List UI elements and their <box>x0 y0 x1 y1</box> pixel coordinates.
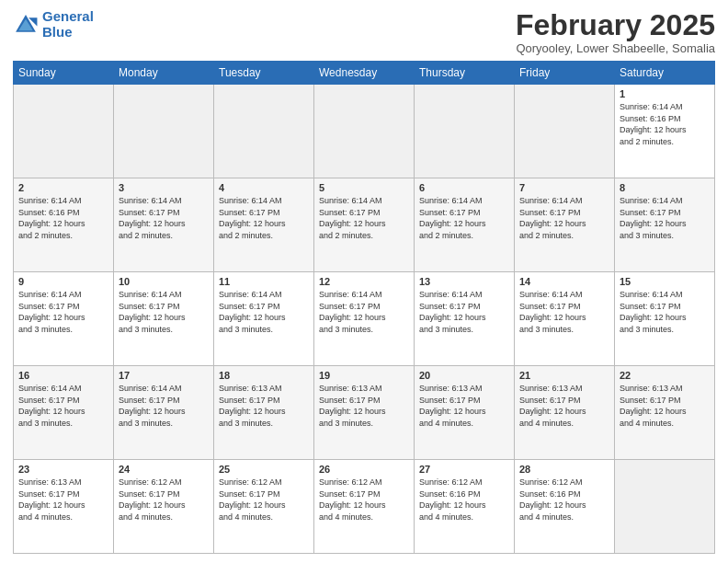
month-title: February 2025 <box>516 9 715 41</box>
day-info: Sunrise: 6:14 AM Sunset: 6:17 PM Dayligh… <box>419 289 509 335</box>
day-number: 15 <box>620 276 710 287</box>
day-info: Sunrise: 6:14 AM Sunset: 6:17 PM Dayligh… <box>620 289 710 335</box>
logo-line2: Blue <box>42 24 73 40</box>
calendar-week-3: 16Sunrise: 6:14 AM Sunset: 6:17 PM Dayli… <box>14 366 715 460</box>
calendar-cell-w0-d5 <box>515 85 615 178</box>
day-info: Sunrise: 6:14 AM Sunset: 6:17 PM Dayligh… <box>519 195 609 241</box>
day-number: 28 <box>519 464 609 475</box>
day-number: 1 <box>620 88 710 99</box>
calendar-cell-w3-d3: 19Sunrise: 6:13 AM Sunset: 6:17 PM Dayli… <box>314 366 415 460</box>
calendar-cell-w1-d4: 6Sunrise: 6:14 AM Sunset: 6:17 PM Daylig… <box>415 178 515 272</box>
calendar-header: Sunday Monday Tuesday Wednesday Thursday… <box>14 62 715 85</box>
calendar-cell-w0-d4 <box>415 85 515 178</box>
day-number: 25 <box>219 464 309 475</box>
logo-line1: General <box>42 8 94 24</box>
day-info: Sunrise: 6:13 AM Sunset: 6:17 PM Dayligh… <box>18 477 108 523</box>
day-info: Sunrise: 6:14 AM Sunset: 6:17 PM Dayligh… <box>18 383 108 429</box>
calendar-cell-w1-d3: 5Sunrise: 6:14 AM Sunset: 6:17 PM Daylig… <box>314 178 415 272</box>
day-number: 5 <box>319 182 409 193</box>
day-number: 14 <box>519 276 609 287</box>
day-info: Sunrise: 6:14 AM Sunset: 6:17 PM Dayligh… <box>319 195 409 241</box>
calendar-cell-w2-d0: 9Sunrise: 6:14 AM Sunset: 6:17 PM Daylig… <box>14 272 114 366</box>
day-info: Sunrise: 6:13 AM Sunset: 6:17 PM Dayligh… <box>519 383 609 429</box>
day-number: 12 <box>319 276 409 287</box>
day-number: 21 <box>519 370 609 381</box>
col-sunday: Sunday <box>14 62 114 85</box>
col-tuesday: Tuesday <box>214 62 314 85</box>
logo-icon <box>13 12 39 38</box>
calendar-cell-w4-d6 <box>615 460 715 554</box>
day-number: 24 <box>119 464 209 475</box>
day-number: 22 <box>620 370 710 381</box>
day-number: 19 <box>319 370 409 381</box>
calendar-cell-w3-d5: 21Sunrise: 6:13 AM Sunset: 6:17 PM Dayli… <box>515 366 615 460</box>
day-number: 16 <box>18 370 108 381</box>
day-info: Sunrise: 6:14 AM Sunset: 6:17 PM Dayligh… <box>219 289 309 335</box>
day-info: Sunrise: 6:12 AM Sunset: 6:16 PM Dayligh… <box>519 477 609 523</box>
calendar-cell-w2-d6: 15Sunrise: 6:14 AM Sunset: 6:17 PM Dayli… <box>615 272 715 366</box>
day-info: Sunrise: 6:12 AM Sunset: 6:16 PM Dayligh… <box>419 477 509 523</box>
calendar-cell-w4-d4: 27Sunrise: 6:12 AM Sunset: 6:16 PM Dayli… <box>415 460 515 554</box>
calendar-cell-w2-d3: 12Sunrise: 6:14 AM Sunset: 6:17 PM Dayli… <box>314 272 415 366</box>
day-info: Sunrise: 6:14 AM Sunset: 6:17 PM Dayligh… <box>119 195 209 241</box>
calendar-cell-w0-d6: 1Sunrise: 6:14 AM Sunset: 6:16 PM Daylig… <box>615 85 715 178</box>
day-number: 10 <box>119 276 209 287</box>
calendar-week-1: 2Sunrise: 6:14 AM Sunset: 6:16 PM Daylig… <box>14 178 715 272</box>
col-friday: Friday <box>515 62 615 85</box>
day-info: Sunrise: 6:13 AM Sunset: 6:17 PM Dayligh… <box>219 383 309 429</box>
calendar-cell-w2-d2: 11Sunrise: 6:14 AM Sunset: 6:17 PM Dayli… <box>214 272 314 366</box>
day-number: 23 <box>18 464 108 475</box>
calendar-cell-w3-d2: 18Sunrise: 6:13 AM Sunset: 6:17 PM Dayli… <box>214 366 314 460</box>
day-info: Sunrise: 6:13 AM Sunset: 6:17 PM Dayligh… <box>319 383 409 429</box>
day-info: Sunrise: 6:14 AM Sunset: 6:17 PM Dayligh… <box>219 195 309 241</box>
col-thursday: Thursday <box>415 62 515 85</box>
day-info: Sunrise: 6:14 AM Sunset: 6:17 PM Dayligh… <box>319 289 409 335</box>
calendar-cell-w0-d1 <box>114 85 214 178</box>
calendar-cell-w1-d0: 2Sunrise: 6:14 AM Sunset: 6:16 PM Daylig… <box>14 178 114 272</box>
day-info: Sunrise: 6:12 AM Sunset: 6:17 PM Dayligh… <box>219 477 309 523</box>
day-number: 26 <box>319 464 409 475</box>
calendar-cell-w2-d1: 10Sunrise: 6:14 AM Sunset: 6:17 PM Dayli… <box>114 272 214 366</box>
day-info: Sunrise: 6:14 AM Sunset: 6:17 PM Dayligh… <box>419 195 509 241</box>
calendar-cell-w4-d5: 28Sunrise: 6:12 AM Sunset: 6:16 PM Dayli… <box>515 460 615 554</box>
day-info: Sunrise: 6:14 AM Sunset: 6:17 PM Dayligh… <box>18 289 108 335</box>
day-info: Sunrise: 6:14 AM Sunset: 6:17 PM Dayligh… <box>119 383 209 429</box>
day-number: 17 <box>119 370 209 381</box>
day-number: 27 <box>419 464 509 475</box>
day-info: Sunrise: 6:12 AM Sunset: 6:17 PM Dayligh… <box>119 477 209 523</box>
location-subtitle: Qoryooley, Lower Shabeelle, Somalia <box>516 41 715 55</box>
calendar-cell-w2-d4: 13Sunrise: 6:14 AM Sunset: 6:17 PM Dayli… <box>415 272 515 366</box>
day-info: Sunrise: 6:14 AM Sunset: 6:17 PM Dayligh… <box>119 289 209 335</box>
calendar-cell-w0-d2 <box>214 85 314 178</box>
day-number: 6 <box>419 182 509 193</box>
page: General Blue February 2025 Qoryooley, Lo… <box>0 0 728 563</box>
calendar-week-4: 23Sunrise: 6:13 AM Sunset: 6:17 PM Dayli… <box>14 460 715 554</box>
calendar-table: Sunday Monday Tuesday Wednesday Thursday… <box>13 61 715 554</box>
header: General Blue February 2025 Qoryooley, Lo… <box>13 9 715 55</box>
calendar-cell-w1-d6: 8Sunrise: 6:14 AM Sunset: 6:17 PM Daylig… <box>615 178 715 272</box>
calendar-week-2: 9Sunrise: 6:14 AM Sunset: 6:17 PM Daylig… <box>14 272 715 366</box>
day-info: Sunrise: 6:13 AM Sunset: 6:17 PM Dayligh… <box>419 383 509 429</box>
calendar-cell-w3-d1: 17Sunrise: 6:14 AM Sunset: 6:17 PM Dayli… <box>114 366 214 460</box>
logo: General Blue <box>13 9 94 40</box>
day-info: Sunrise: 6:12 AM Sunset: 6:17 PM Dayligh… <box>319 477 409 523</box>
calendar-week-0: 1Sunrise: 6:14 AM Sunset: 6:16 PM Daylig… <box>14 85 715 178</box>
day-number: 13 <box>419 276 509 287</box>
title-block: February 2025 Qoryooley, Lower Shabeelle… <box>516 9 715 55</box>
day-number: 11 <box>219 276 309 287</box>
col-monday: Monday <box>114 62 214 85</box>
day-number: 9 <box>18 276 108 287</box>
calendar-cell-w4-d3: 26Sunrise: 6:12 AM Sunset: 6:17 PM Dayli… <box>314 460 415 554</box>
calendar-cell-w1-d2: 4Sunrise: 6:14 AM Sunset: 6:17 PM Daylig… <box>214 178 314 272</box>
day-number: 18 <box>219 370 309 381</box>
day-number: 7 <box>519 182 609 193</box>
calendar-body: 1Sunrise: 6:14 AM Sunset: 6:16 PM Daylig… <box>14 85 715 554</box>
day-info: Sunrise: 6:13 AM Sunset: 6:17 PM Dayligh… <box>620 383 710 429</box>
calendar-cell-w3-d6: 22Sunrise: 6:13 AM Sunset: 6:17 PM Dayli… <box>615 366 715 460</box>
header-row: Sunday Monday Tuesday Wednesday Thursday… <box>14 62 715 85</box>
calendar-cell-w4-d2: 25Sunrise: 6:12 AM Sunset: 6:17 PM Dayli… <box>214 460 314 554</box>
calendar-cell-w4-d0: 23Sunrise: 6:13 AM Sunset: 6:17 PM Dayli… <box>14 460 114 554</box>
day-info: Sunrise: 6:14 AM Sunset: 6:17 PM Dayligh… <box>620 195 710 241</box>
calendar-cell-w3-d0: 16Sunrise: 6:14 AM Sunset: 6:17 PM Dayli… <box>14 366 114 460</box>
calendar-cell-w2-d5: 14Sunrise: 6:14 AM Sunset: 6:17 PM Dayli… <box>515 272 615 366</box>
